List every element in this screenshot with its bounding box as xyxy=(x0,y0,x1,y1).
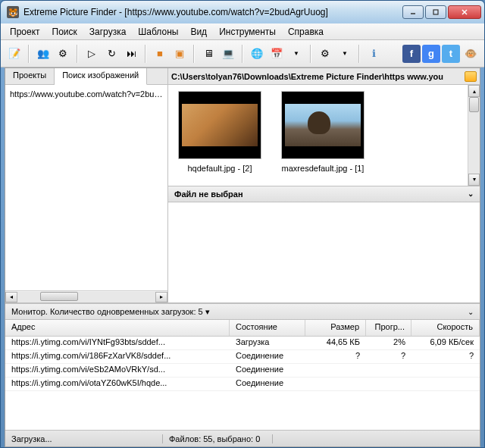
monitor-bar[interactable]: Монитор. Количество одновременных загруз… xyxy=(5,303,480,320)
scroll-track[interactable] xyxy=(17,292,155,302)
col-address[interactable]: Адрес xyxy=(5,320,230,336)
minimize-button[interactable] xyxy=(402,5,424,19)
play-icon[interactable]: ▷ xyxy=(83,45,101,63)
menu-project[interactable]: Проект xyxy=(4,25,46,39)
path-bar: C:\Users\tolyan76\Downloads\Extreme Pict… xyxy=(168,68,480,85)
app-icon: 🐯 xyxy=(7,6,19,18)
skip-icon[interactable]: ⏭ xyxy=(122,45,140,63)
table-body: https://i.ytimg.com/vi/IYNtFg93bts/sddef… xyxy=(5,337,480,430)
new-project-icon[interactable]: 📝 xyxy=(5,45,23,63)
stop-icon[interactable]: ■ xyxy=(151,45,169,63)
tab-image-search[interactable]: Поиск изображений xyxy=(55,68,147,85)
vertical-scrollbar[interactable]: ▴ ▾ xyxy=(468,85,480,186)
cell-address: https://i.ytimg.com/vi/otaYZ60wK5I/hqde.… xyxy=(5,378,230,390)
thumbnail-label: hqdefault.jpg - [2] xyxy=(174,164,265,173)
dropdown-arrow-icon[interactable]: ▾ xyxy=(205,307,210,316)
menu-search[interactable]: Поиск xyxy=(46,25,83,39)
dropdown-icon[interactable]: ▼ xyxy=(287,45,305,63)
folder-icon[interactable] xyxy=(465,71,477,82)
thumbnail-label: maxresdefault.jpg - [1] xyxy=(277,164,368,173)
app-window: 🐯 Extreme Picture Finder - [https://www.… xyxy=(0,0,485,448)
close-button[interactable] xyxy=(448,5,481,19)
window-controls xyxy=(402,5,481,19)
thumbnail-frame xyxy=(178,91,261,159)
cell-progress xyxy=(366,364,411,377)
search-people-icon[interactable]: 👥 xyxy=(34,45,52,63)
left-tabs: Проекты Поиск изображений xyxy=(5,68,167,85)
table-row[interactable]: https://i.ytimg.com/vi/186FzXarVK8/sddef… xyxy=(5,350,480,364)
menu-tools[interactable]: Инструменты xyxy=(213,25,282,39)
globe-icon[interactable]: 🌐 xyxy=(248,45,266,63)
calendar-icon[interactable]: 📅 xyxy=(268,45,286,63)
monkey-icon[interactable]: 🐵 xyxy=(462,45,480,63)
menu-download[interactable]: Загрузка xyxy=(83,25,133,39)
menu-view[interactable]: Вид xyxy=(184,25,213,39)
cell-address: https://i.ytimg.com/vi/IYNtFg93bts/sddef… xyxy=(5,337,230,349)
scroll-thumb[interactable] xyxy=(469,97,479,112)
file-info-bar[interactable]: Файл не выбран ⌄ xyxy=(168,186,480,202)
stop-all-icon[interactable]: ▣ xyxy=(171,45,189,63)
cell-progress xyxy=(366,378,411,390)
separator xyxy=(193,45,195,63)
thumbnail-item[interactable]: maxresdefault.jpg - [1] xyxy=(277,91,368,173)
cell-speed xyxy=(411,364,480,377)
screens-icon[interactable]: 💻 xyxy=(219,45,237,63)
chevron-down-icon[interactable]: ⌄ xyxy=(468,308,474,316)
refresh-icon[interactable]: ↻ xyxy=(102,45,120,63)
thumbnail-image xyxy=(182,104,258,146)
project-item[interactable]: https://www.youtube.com/watch?v=2budAgrU… xyxy=(8,88,164,100)
thumbnails-area[interactable]: hqdefault.jpg - [2] maxresdefault.jpg - … xyxy=(168,85,468,186)
col-speed[interactable]: Скорость xyxy=(411,320,480,336)
titlebar[interactable]: 🐯 Extreme Picture Finder - [https://www.… xyxy=(1,1,484,23)
table-row[interactable]: https://i.ytimg.com/vi/otaYZ60wK5I/hqde.… xyxy=(5,378,480,391)
cell-progress: 2% xyxy=(366,337,411,349)
scroll-down-arrow-icon[interactable]: ▾ xyxy=(468,174,480,186)
menu-help[interactable]: Справка xyxy=(282,25,330,39)
cell-state: Загрузка xyxy=(230,337,305,349)
chevron-down-icon[interactable]: ⌄ xyxy=(468,190,474,198)
col-state[interactable]: Состояние xyxy=(230,320,305,336)
cell-progress: ? xyxy=(366,350,411,363)
table-row[interactable]: https://i.ytimg.com/vi/IYNtFg93bts/sddef… xyxy=(5,337,480,350)
cell-address: https://i.ytimg.com/vi/eSb2AMoVRkY/sd... xyxy=(5,364,230,377)
thumbnail-image xyxy=(285,104,361,146)
maximize-button[interactable] xyxy=(425,5,446,19)
menubar: Проект Поиск Загрузка Шаблоны Вид Инстру… xyxy=(1,23,484,40)
horizontal-scrollbar[interactable]: ◂ ▸ xyxy=(5,290,167,302)
info-icon[interactable]: ℹ xyxy=(365,45,383,63)
thumbnail-item[interactable]: hqdefault.jpg - [2] xyxy=(174,91,265,173)
dropdown-icon[interactable]: ▼ xyxy=(336,45,354,63)
col-progress[interactable]: Прогр... xyxy=(366,320,411,336)
cell-speed: ? xyxy=(411,350,480,363)
scroll-thumb[interactable] xyxy=(40,292,78,301)
file-info-text: Файл не выбран xyxy=(174,190,468,199)
search-settings-icon[interactable]: ⚙ xyxy=(54,45,72,63)
cell-size xyxy=(305,378,366,390)
twitter-icon[interactable]: t xyxy=(442,45,460,63)
project-list[interactable]: https://www.youtube.com/watch?v=2budAgrU… xyxy=(5,85,167,290)
scroll-right-arrow-icon[interactable]: ▸ xyxy=(155,292,167,302)
cell-state: Соединение xyxy=(230,350,305,363)
statusbar: Загрузка... Файлов: 55, выбрано: 0 xyxy=(5,430,480,446)
gear-icon[interactable]: ⚙ xyxy=(316,45,334,63)
path-text: C:\Users\tolyan76\Downloads\Extreme Pict… xyxy=(171,72,462,81)
scroll-track[interactable] xyxy=(468,97,480,174)
separator xyxy=(145,45,146,63)
status-files: Файлов: 55, выбрано: 0 xyxy=(169,434,273,443)
toolbar: 📝 👥 ⚙ ▷ ↻ ⏭ ■ ▣ 🖥 💻 🌐 📅 ▼ ⚙ ▼ ℹ f g t 🐵 xyxy=(1,40,484,67)
preview-pane xyxy=(168,202,480,303)
google-icon[interactable]: g xyxy=(422,45,440,63)
table-row[interactable]: https://i.ytimg.com/vi/eSb2AMoVRkY/sd...… xyxy=(5,364,480,378)
downloads-table: Адрес Состояние Размер Прогр... Скорость… xyxy=(5,320,480,430)
scroll-up-arrow-icon[interactable]: ▴ xyxy=(468,85,480,97)
menu-templates[interactable]: Шаблоны xyxy=(132,25,184,39)
tab-projects[interactable]: Проекты xyxy=(5,68,55,84)
table-header: Адрес Состояние Размер Прогр... Скорость xyxy=(5,320,480,337)
body-area: Проекты Поиск изображений https://www.yo… xyxy=(5,67,480,447)
col-size[interactable]: Размер xyxy=(305,320,366,336)
facebook-icon[interactable]: f xyxy=(402,45,421,63)
separator xyxy=(242,45,243,63)
scroll-left-arrow-icon[interactable]: ◂ xyxy=(5,292,17,302)
monitor-icon[interactable]: 🖥 xyxy=(199,45,217,63)
right-panel: C:\Users\tolyan76\Downloads\Extreme Pict… xyxy=(168,68,480,302)
